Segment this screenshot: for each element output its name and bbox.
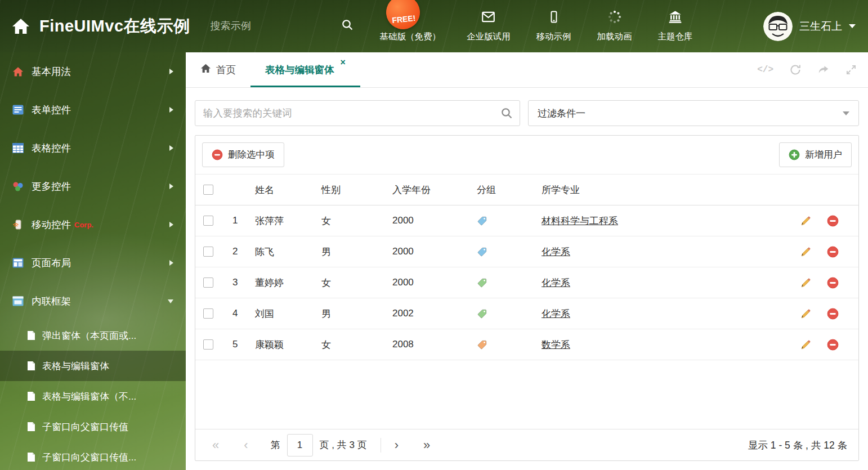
chevron-right-icon	[169, 260, 173, 266]
filter-dropdown[interactable]: 过滤条件一	[528, 100, 859, 126]
row-checkbox[interactable]	[203, 308, 213, 319]
cell-gender: 女	[321, 338, 392, 351]
row-checkbox[interactable]	[203, 277, 213, 288]
row-checkbox[interactable]	[203, 339, 213, 350]
sidebar-subitem-label: 子窗口向父窗口传值...	[42, 451, 136, 464]
sidebar: 基本用法 表单控件 表格控件 更多控件 移动控件 Corp. 页面布局	[0, 52, 186, 470]
nav-item-loading-animation[interactable]: 加载动画	[597, 10, 632, 43]
chevron-right-icon	[169, 183, 173, 189]
next-page-button[interactable]: ›	[395, 439, 399, 451]
sidebar-item-more-controls[interactable]: 更多控件	[0, 167, 186, 205]
edit-icon[interactable]	[800, 308, 812, 320]
envelope-icon	[481, 10, 496, 27]
sidebar-item-inline-frame[interactable]: 内联框架	[0, 282, 186, 320]
major-link[interactable]: 材料科学与工程系	[542, 216, 618, 226]
sidebar-item-label: 移动控件	[32, 218, 71, 231]
sidebar-subitem-label: 子窗口向父窗口传值	[42, 420, 128, 433]
sidebar-subitem-grid-edit-window[interactable]: 表格与编辑窗体	[0, 351, 186, 381]
tag-icon	[477, 339, 488, 350]
sidebar-item-mobile-controls[interactable]: 移动控件 Corp.	[0, 205, 186, 244]
keyword-search-input[interactable]	[195, 100, 520, 126]
minus-circle-icon	[212, 149, 223, 160]
search-icon[interactable]	[341, 19, 354, 34]
sidebar-item-basic-usage[interactable]: 基本用法	[0, 52, 186, 91]
nav-item-mobile-demo[interactable]: 移动示例	[536, 10, 571, 43]
delete-icon[interactable]	[827, 308, 839, 320]
cell-name: 刘国	[255, 307, 321, 320]
main-area: 首页 表格与编辑窗体 × </>	[186, 52, 868, 470]
row-checkbox[interactable]	[203, 216, 213, 226]
prev-page-button[interactable]: ‹	[244, 439, 248, 451]
major-link[interactable]: 化学系	[542, 277, 570, 288]
search-icon[interactable]	[500, 107, 513, 122]
add-user-button[interactable]: 新增用户	[779, 142, 852, 167]
edit-icon[interactable]	[800, 277, 812, 289]
major-link[interactable]: 数学系	[542, 339, 570, 350]
sidebar-subitem-popup-window[interactable]: 弹出窗体（本页面或...	[0, 320, 186, 351]
sidebar-subitem-grid-edit-window-2[interactable]: 表格与编辑窗体（不...	[0, 381, 186, 411]
filter-row: 过滤条件一	[195, 100, 859, 126]
sidebar-subitem-child-to-parent[interactable]: 子窗口向父窗口传值	[0, 411, 186, 442]
delete-icon[interactable]	[827, 246, 839, 258]
close-icon[interactable]: ×	[341, 58, 346, 67]
header-nav: 基础版（免费） 企业版试用 移动示例 加载动画	[380, 10, 693, 43]
delete-icon[interactable]	[827, 339, 839, 351]
last-page-button[interactable]: »	[423, 439, 430, 451]
table-icon	[11, 142, 25, 154]
sidebar-item-page-layout[interactable]: 页面布局	[0, 244, 186, 282]
select-all-checkbox[interactable]	[203, 185, 213, 195]
sidebar-subitem-label: 表格与编辑窗体	[42, 360, 109, 373]
top-header: FineUIMvc在线示例 FREE! 基础版（免费） 企业版试用 移动示例	[0, 0, 868, 52]
file-icon	[27, 422, 35, 432]
header-search-input[interactable]	[211, 20, 341, 32]
first-page-button[interactable]: «	[212, 439, 219, 451]
nav-item-theme-repository[interactable]: 主题仓库	[658, 10, 693, 43]
table-header: 姓名 性别 入学年份 分组 所学专业	[195, 174, 858, 205]
sidebar-item-grid-controls[interactable]: 表格控件	[0, 129, 186, 167]
tab-home[interactable]: 首页	[186, 52, 250, 87]
cell-gender: 男	[321, 245, 392, 258]
page-suffix-label: 页 , 共 3 页	[320, 438, 367, 451]
edit-icon[interactable]	[800, 246, 812, 258]
edit-icon[interactable]	[800, 215, 812, 227]
expand-icon[interactable]	[845, 64, 857, 75]
file-icon	[27, 391, 35, 401]
nav-item-enterprise-trial[interactable]: 企业版试用	[467, 10, 511, 43]
mobile-signal-icon	[11, 218, 25, 231]
file-icon	[27, 330, 35, 341]
major-link[interactable]: 化学系	[542, 308, 570, 319]
cell-name: 张萍萍	[255, 214, 321, 227]
nav-label: 加载动画	[597, 31, 632, 43]
delete-selected-button[interactable]: 删除选中项	[202, 142, 284, 167]
sidebar-item-label: 基本用法	[32, 65, 71, 78]
source-code-icon[interactable]: </>	[757, 65, 773, 75]
tab-grid-edit-window[interactable]: 表格与编辑窗体 ×	[250, 52, 360, 87]
row-number: 5	[232, 339, 255, 350]
major-link[interactable]: 化学系	[542, 247, 570, 257]
cell-year: 2002	[392, 308, 477, 319]
tab-label: 首页	[216, 63, 236, 77]
column-header-group: 分组	[477, 183, 542, 196]
delete-icon[interactable]	[827, 215, 839, 227]
row-checkbox[interactable]	[203, 247, 213, 257]
edit-icon[interactable]	[800, 339, 812, 351]
refresh-icon[interactable]	[789, 64, 802, 76]
tab-bar: 首页 表格与编辑窗体 × </>	[186, 52, 868, 88]
home-logo-icon[interactable]	[11, 18, 30, 35]
sidebar-item-form-controls[interactable]: 表单控件	[0, 91, 186, 129]
cell-year: 2000	[392, 246, 477, 257]
page-number-input[interactable]	[287, 434, 313, 456]
header-search	[211, 19, 326, 34]
table-row: 2 陈飞 男 2000 化学系	[195, 236, 858, 267]
user-menu[interactable]: 三生石上	[763, 12, 856, 41]
cell-gender: 男	[321, 307, 392, 320]
sidebar-item-label: 内联框架	[32, 294, 71, 308]
widgets-icon	[11, 180, 25, 193]
share-icon[interactable]	[817, 64, 830, 76]
table-row: 1 张萍萍 女 2000 材料科学与工程系	[195, 205, 858, 236]
sidebar-subitem-child-to-parent-2[interactable]: 子窗口向父窗口传值...	[0, 442, 186, 470]
keyword-search	[195, 100, 520, 126]
tag-icon	[477, 215, 488, 226]
cell-year: 2000	[392, 277, 477, 288]
delete-icon[interactable]	[827, 277, 839, 289]
